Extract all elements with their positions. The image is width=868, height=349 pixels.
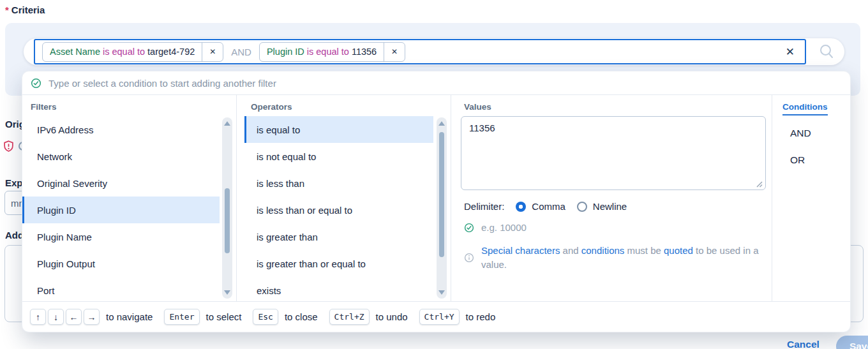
operators-column: Operators is equal tois not equal tois l… [237, 95, 451, 301]
condition-typeahead-input[interactable]: Type or select a condition to start addi… [22, 71, 850, 95]
check-circle-icon [31, 78, 41, 89]
condition-placeholder: Type or select a condition to start addi… [49, 78, 276, 89]
arrow-key-icon: ← [66, 309, 82, 325]
filter-chip-text: Plugin ID is equal to 11356 [260, 43, 384, 61]
nav-keys: ↑↓←→ [30, 309, 100, 325]
save-button[interactable]: Save [836, 336, 868, 349]
chip-value: 11356 [352, 47, 377, 57]
values-column: Values 11356 Delimiter: Comma [451, 95, 772, 301]
chip-operator: is equal to [103, 47, 145, 57]
radio-unselected-icon [577, 202, 587, 212]
operators-header: Operators [237, 100, 451, 116]
filter-option[interactable]: Plugin Name [22, 223, 220, 250]
filter-option[interactable]: Original Severity [22, 170, 220, 197]
cancel-button[interactable]: Cancel [787, 339, 819, 349]
conditions-link[interactable]: conditions [581, 245, 625, 256]
arrow-key-icon: ↑ [30, 309, 46, 325]
arrow-key-icon: → [84, 309, 100, 325]
filters-column: Filters IPv6 AddressNetworkOriginal Seve… [22, 95, 237, 301]
quoted-link[interactable]: quoted [664, 245, 693, 256]
filter-option[interactable]: Port [22, 277, 220, 301]
chip-remove-button[interactable]: ✕ [384, 43, 405, 61]
check-circle-icon [464, 223, 474, 233]
chip-remove-button[interactable]: ✕ [202, 43, 223, 61]
key-hint: Enterto select [158, 309, 241, 325]
info-icon [464, 253, 474, 263]
operator-option[interactable]: is not equal to [244, 143, 433, 170]
delimiter-radio-comma[interactable]: Comma [516, 201, 565, 212]
bg-label-additional: Add [5, 230, 24, 241]
filter-builder-dropdown: Type or select a condition to start addi… [22, 71, 850, 332]
operator-option[interactable]: is less than or equal to [244, 197, 433, 223]
chip-value: target4-792 [147, 47, 195, 57]
values-header: Values [451, 100, 772, 116]
conditions-list: ANDOR [772, 120, 850, 174]
operator-option[interactable]: is equal to [244, 116, 433, 143]
keyboard-hints-footer: ↑↓←→ to navigate Enterto selectEscto clo… [22, 302, 850, 332]
filter-chip-plugin-id[interactable]: Plugin ID is equal to 11356 ✕ [259, 42, 405, 62]
chip-field: Asset Name [50, 47, 100, 57]
special-characters-link[interactable]: Special characters [481, 245, 560, 256]
clear-filters-button[interactable]: ✕ [786, 45, 795, 59]
example-hint: e.g. 10000 [481, 222, 527, 233]
nav-hint-label: to navigate [106, 311, 153, 322]
chip-field: Plugin ID [267, 47, 304, 57]
criteria-field-label: *Criteria [5, 4, 45, 15]
conditions-column: Conditions ANDOR [772, 95, 850, 301]
operators-scrollbar[interactable] [437, 117, 447, 299]
criteria-label-text: Criteria [11, 4, 45, 15]
filter-chip-asset-name[interactable]: Asset Name is equal to target4-792 ✕ [42, 42, 223, 62]
operator-option[interactable]: is greater than [244, 223, 433, 250]
filter-option[interactable]: IPv6 Address [22, 116, 220, 143]
scrollbar-thumb[interactable] [439, 132, 444, 257]
delimiter-label: Delimiter: [464, 201, 504, 212]
scroll-up-icon[interactable] [224, 121, 230, 126]
filter-chip-text: Asset Name is equal to target4-792 [43, 43, 202, 61]
severity-shield-icon [3, 140, 14, 152]
filter-option[interactable]: Network [22, 143, 220, 170]
scroll-down-icon[interactable] [438, 290, 445, 295]
condition-option[interactable]: AND [772, 120, 850, 147]
operator-option[interactable]: is less than [244, 170, 433, 197]
operators-list: is equal tois not equal tois less thanis… [237, 116, 451, 301]
filters-header: Filters [22, 100, 236, 116]
arrow-key-icon: ↓ [48, 309, 64, 325]
chip-joiner: AND [230, 47, 253, 57]
filter-query-input[interactable]: Asset Name is equal to target4-792 ✕ AND… [34, 39, 806, 64]
delimiter-radio-newline[interactable]: Newline [577, 201, 627, 212]
chip-operator: is equal to [307, 47, 349, 57]
operator-option[interactable]: exists [244, 277, 433, 301]
quoting-note: Special characters and conditions must b… [481, 244, 761, 272]
key-hint: Ctrl+Yto redo [414, 309, 496, 325]
key-hint: Ctrl+Zto undo [324, 309, 408, 325]
filters-list: IPv6 AddressNetworkOriginal SeverityPlug… [22, 116, 236, 301]
conditions-header[interactable]: Conditions [782, 102, 828, 115]
values-textarea[interactable]: 11356 [461, 116, 766, 190]
key-hints: Enterto selectEscto closeCtrl+Zto undoCt… [158, 309, 495, 325]
key-hint: Escto close [247, 309, 317, 325]
search-icon[interactable] [818, 43, 835, 61]
radio-selected-icon [516, 202, 526, 212]
filter-search-bar[interactable]: Asset Name is equal to target4-792 ✕ AND… [24, 38, 844, 65]
condition-option[interactable]: OR [772, 147, 850, 174]
required-asterisk: * [5, 4, 9, 15]
filter-option[interactable]: Plugin ID [22, 197, 220, 223]
scrollbar-thumb[interactable] [225, 188, 230, 253]
scroll-down-icon[interactable] [224, 290, 230, 295]
operator-option[interactable]: is greater than or equal to [244, 250, 433, 277]
filters-scrollbar[interactable] [222, 117, 232, 299]
scroll-up-icon[interactable] [438, 121, 445, 126]
filter-option[interactable]: Plugin Output [22, 250, 220, 277]
